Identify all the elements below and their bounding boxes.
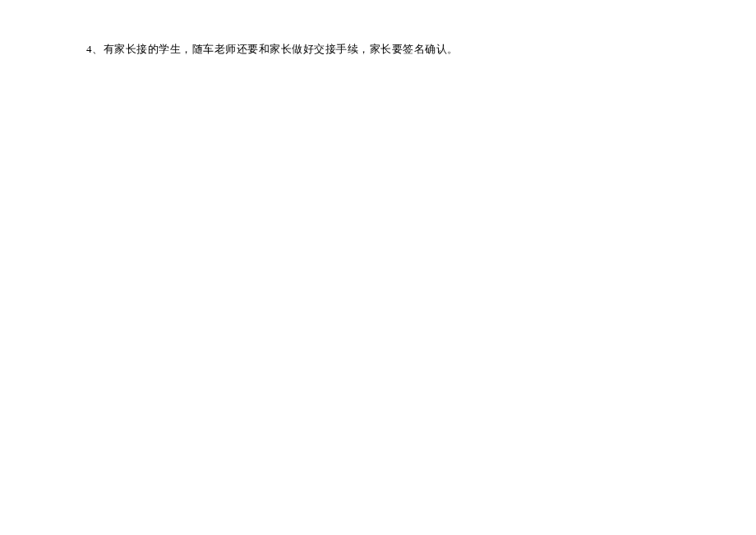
paragraph-item-4: 4、有家长接的学生，随车老师还要和家长做好交接手续，家长要签名确认。 xyxy=(86,41,670,58)
document-page: 4、有家长接的学生，随车老师还要和家长做好交接手续，家长要签名确认。 xyxy=(0,0,756,535)
